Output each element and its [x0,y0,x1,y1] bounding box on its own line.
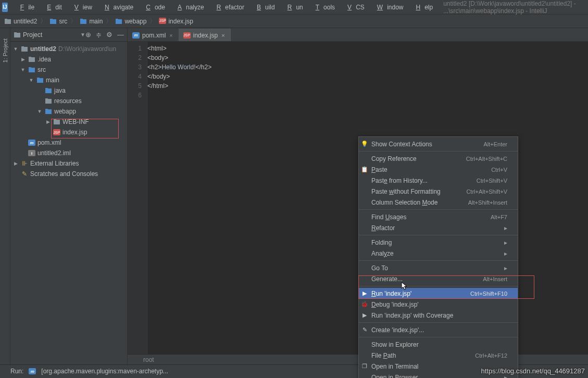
tree-pom-xml[interactable]: mpom.xml [10,137,127,148]
app-logo: IJ [2,3,8,12]
svg-rect-5 [80,19,83,20]
run-task[interactable]: [org.apache.maven.plugins:maven-archetyp… [41,368,168,375]
editor-panel: mpom.xml×JSPindex.jsp× 123456 <html><bod… [128,28,588,364]
folder-blue-icon [36,77,44,84]
svg-rect-25 [54,119,56,120]
svg-rect-10 [21,47,28,52]
svg-rect-20 [45,99,52,104]
code-line[interactable]: <h2>Hello World!</h2> [147,62,588,72]
ctx-paste-without-formatting[interactable]: Paste without FormattingCtrl+Alt+Shift+V [359,186,518,197]
ctx-show-in-explorer[interactable]: Show in Explorer [359,339,518,350]
tree-webapp[interactable]: ▼webapp [10,106,127,117]
cover-icon: ▶ [361,312,368,319]
chevron-down-icon[interactable]: ▼ [80,32,85,37]
ctx-find-usages[interactable]: Find UsagesAlt+F7 [359,211,518,222]
tree-src[interactable]: ▼src [10,65,127,75]
editor-status: root [128,354,588,364]
tree-main[interactable]: ▼main [10,75,127,85]
menu-refactor[interactable]: Refactor [208,2,248,13]
menu-vcs[interactable]: VCS [339,2,369,13]
folder-icon [45,97,52,105]
menu-view[interactable]: View [66,2,96,13]
project-label: Project [23,31,78,39]
svg-rect-2 [50,19,56,24]
expand-all-icon[interactable]: ≑ [96,31,102,39]
ctx-debug-index-jsp-[interactable]: 🐞Debug 'index.jsp' [359,299,518,310]
maven-icon: m [29,368,36,374]
breadcrumb-item[interactable]: main [78,17,105,26]
folder-blue-icon [28,66,35,73]
ctx-refactor[interactable]: Refactor▸ [359,222,518,233]
menu-file[interactable]: File [12,2,39,13]
left-gutter[interactable]: 1: Project [0,28,10,364]
tree-scratches-and-consoles[interactable]: ✎Scratches and Consoles [10,169,127,179]
ctx-generate-[interactable]: Generate...Alt+Insert [359,273,518,284]
tree-untitled2-iml[interactable]: iuntitled2.iml [10,148,127,158]
ctx-folding[interactable]: Folding▸ [359,237,518,248]
ctx-go-to[interactable]: Go To▸ [359,262,518,273]
menu-edit[interactable]: Edit [39,2,66,13]
code-line[interactable] [147,91,588,100]
jsp-icon: JSP [183,32,191,39]
menu-code[interactable]: Code [137,2,169,13]
folder-blue-icon [80,18,87,25]
breadcrumb-item[interactable]: webapp [113,17,148,26]
menu-run[interactable]: Run [279,2,307,13]
ctx-create-index-jsp-[interactable]: ✎Create 'index.jsp'... [359,324,518,335]
breadcrumb-item[interactable]: src [47,17,69,26]
tree-web-inf[interactable]: ▶WEB-INF [10,117,127,127]
select-opened-icon[interactable]: ⊕ [85,31,91,39]
menu-navigate[interactable]: Navigate [96,2,137,13]
close-icon[interactable]: × [220,32,226,39]
tree-external-libraries[interactable]: ▶⊪External Libraries [10,158,127,169]
project-tool-button[interactable]: 1: Project [2,39,8,62]
tree-resources[interactable]: resources [10,96,127,106]
svg-rect-24 [54,120,60,124]
project-tree[interactable]: ▼untitled2D:\Work\javaword\un▶.idea▼src▼… [10,42,127,364]
window-title: untitled2 [D:\Work\javaword\untitled2\un… [443,0,586,15]
code-line[interactable]: </html> [147,81,588,91]
menu-tools[interactable]: Tools [307,2,339,13]
code-line[interactable]: <html> [147,44,588,53]
main-menu: FileEditViewNavigateCodeAnalyzeRefactorB… [12,2,437,13]
menu-window[interactable]: Window [369,2,408,13]
ctx-copy-reference[interactable]: Copy ReferenceCtrl+Alt+Shift+C [359,153,518,164]
breadcrumb-item[interactable]: untitled2 [2,17,39,26]
lib-icon: ⊪ [21,160,28,167]
svg-rect-12 [29,57,35,62]
ctx-paste[interactable]: 📋PasteCtrl+V [359,164,518,175]
svg-rect-19 [45,88,48,89]
tree-java[interactable]: java [10,85,127,96]
menu-help[interactable]: Help [407,2,437,13]
code-line[interactable]: </body> [147,72,588,81]
ctx-run-index-jsp-[interactable]: ▶Run 'index.jsp'Ctrl+Shift+F10 [359,288,518,299]
svg-rect-22 [45,109,52,114]
svg-rect-3 [50,19,53,20]
ctx-analyze[interactable]: Analyze▸ [359,248,518,259]
tree-index-jsp[interactable]: JSPindex.jsp [10,127,127,137]
svg-rect-21 [45,98,48,99]
close-icon[interactable]: × [168,32,173,39]
status-text: root [143,356,154,363]
menu-build[interactable]: Build [248,2,279,13]
folder-web-icon [45,108,52,115]
code-line[interactable]: <body> [147,53,588,62]
folder-icon [21,45,28,53]
tree-untitled2[interactable]: ▼untitled2D:\Work\javaword\un [10,44,127,54]
context-menu[interactable]: 💡Show Context ActionsAlt+EnterCopy Refer… [358,136,518,378]
code-editor[interactable]: 123456 <html><body><h2>Hello World!</h2>… [128,42,588,354]
ctx-file-path[interactable]: File PathCtrl+Alt+F12 [359,350,518,361]
gear-icon[interactable]: ⚙ [106,31,112,39]
ctx-show-context-actions[interactable]: 💡Show Context ActionsAlt+Enter [359,138,518,149]
menu-analyze[interactable]: Analyze [169,2,208,13]
tab-index-jsp[interactable]: JSPindex.jsp× [179,29,231,41]
ctx-column-selection-mode[interactable]: Column Selection ModeAlt+Shift+Insert [359,197,518,208]
ctx-paste-from-history-[interactable]: Paste from History...Ctrl+Shift+V [359,175,518,186]
tree--idea[interactable]: ▶.idea [10,54,127,65]
ctx-run-index-jsp-with-coverage[interactable]: ▶Run 'index.jsp' with Coverage [359,310,518,321]
hide-icon[interactable]: — [117,31,124,39]
breadcrumb-item[interactable]: JSPindex.jsp [157,17,195,26]
svg-rect-16 [37,78,43,83]
title-bar: IJ FileEditViewNavigateCodeAnalyzeRefact… [0,0,588,15]
tab-pom-xml[interactable]: mpom.xml× [128,29,179,41]
